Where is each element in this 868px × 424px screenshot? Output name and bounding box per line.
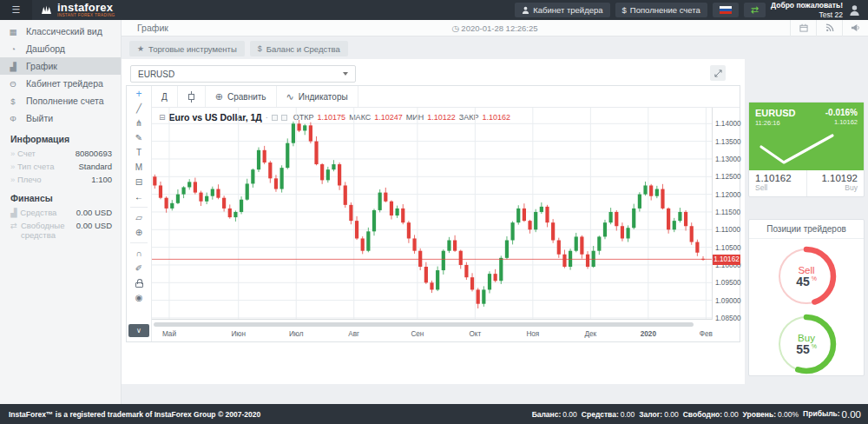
buy-gauge-percent: 55 %	[796, 343, 817, 356]
sell-positions-gauge: Sell45 %	[775, 245, 838, 308]
indicators-icon: ∿	[286, 91, 294, 103]
time-tick: Дек	[585, 330, 597, 338]
compare-label: Сравнить	[227, 92, 266, 102]
time-tick: Июл	[289, 330, 304, 338]
sidebar-item-label: Кабинет трейдера	[26, 78, 103, 89]
trader-cabinet-button[interactable]: Кабинет трейдера	[515, 3, 609, 17]
footer-stat: Залог:0.00	[639, 410, 678, 419]
chart-canvas[interactable]: ⊟ Euro vs US Dollar, 1Д · ОТКР1.10175МАК…	[152, 108, 712, 320]
interval-button[interactable]: Д	[152, 86, 178, 107]
time-tick: Май	[162, 330, 176, 338]
finance-row: ▟Средства0.00 USD	[0, 206, 121, 219]
finance-icon: ⇄	[10, 221, 17, 240]
sidebar-item-classic-view[interactable]: ▦Классический вид	[0, 23, 121, 40]
sidebar-item-deposit[interactable]: $Пополнение счета	[0, 92, 121, 109]
tool-hide-all[interactable]: ◉	[127, 290, 151, 305]
buy-price: 1.10192	[813, 173, 858, 183]
tool-xabcd-pattern[interactable]: M	[127, 160, 151, 175]
tool-pitchfork[interactable]: ⋔	[127, 116, 151, 130]
ruler-icon: ▱	[135, 213, 142, 222]
tool-zoom-in[interactable]: ⊕	[127, 225, 151, 240]
sell-quote-button[interactable]: 1.10162 Sell	[749, 170, 806, 196]
sidebar-item-dashboard[interactable]: ◔Дашборд	[0, 40, 121, 57]
tool-brush[interactable]: ✎	[127, 130, 151, 145]
tool-crosshair[interactable]: +	[127, 86, 151, 101]
time-tick: Сен	[411, 330, 424, 338]
news-feed-button[interactable]	[816, 20, 842, 36]
drawing-tools-column: +╱⋔✎TM⊟←▱⊕∩✐◉∨	[127, 86, 152, 341]
buy-label: Buy	[813, 183, 858, 192]
classic-view-icon: ▦	[0, 27, 26, 36]
trader-positions-card: Позиции трейдеров Sell45 %Buy55 %	[748, 219, 865, 376]
tool-magnet[interactable]: ∩	[127, 246, 151, 261]
chart-style-button[interactable]	[178, 86, 206, 107]
sidebar-item-logout[interactable]: ΦВыйти	[0, 109, 121, 127]
balance-funds-button[interactable]: $ Баланс и Средства	[250, 41, 348, 56]
sidebar-item-chart[interactable]: ▟График	[0, 57, 121, 75]
rss-icon	[825, 23, 834, 32]
sell-price: 1.10162	[755, 173, 800, 183]
brand-logo[interactable]: instaforex INSTANT FOREX TRADING	[40, 2, 115, 18]
dollar-icon: $	[622, 5, 627, 15]
quote-card: EURUSD 11:26:16 -0.016% 1.10162	[748, 102, 865, 197]
quote-symbol: EURUSD	[755, 108, 795, 118]
footer-stat: Баланс:0.00	[532, 410, 577, 419]
drawing-lock-icon: ✐	[135, 263, 142, 273]
deposit-button[interactable]: $ Пополнение счета	[615, 3, 707, 17]
footer-stat: Уровень:0.00%	[743, 410, 799, 419]
sidebar-item-label: Дашборд	[26, 43, 65, 54]
top-header: ☰ instaforex INSTANT FOREX TRADING Кабин…	[0, 0, 868, 20]
tool-long-position[interactable]: ⊟	[127, 175, 151, 189]
sell-label: Sell	[755, 183, 800, 192]
tool-drawing-lock[interactable]: ✐	[127, 261, 151, 275]
tool-lock-all[interactable]	[127, 275, 151, 290]
price-tick: 1.11000	[715, 226, 740, 234]
collapse-tools-button[interactable]: ∨	[128, 324, 149, 337]
instaforex-logo-icon	[40, 4, 53, 17]
footer-stat: Средства:0.00	[582, 410, 635, 419]
swap-accounts-button[interactable]: ⇄	[744, 3, 766, 17]
buy-quote-button[interactable]: 1.10192 Buy	[806, 170, 865, 196]
price-tick: 1.10500	[715, 244, 741, 252]
megaphone-icon	[851, 23, 860, 32]
trading-instruments-button[interactable]: ★ Торговые инструменты	[129, 41, 245, 56]
datetime-text: 2020-01-28 12:26:25	[461, 23, 537, 33]
indicators-label: Индикаторы	[299, 92, 348, 102]
tool-trend-line[interactable]: ╱	[127, 101, 151, 116]
quote-header[interactable]: EURUSD 11:26:16 -0.016% 1.10162	[749, 103, 864, 170]
quick-buttons-strip: ★ Торговые инструменты $ Баланс и Средст…	[122, 36, 348, 59]
deposit-icon: $	[0, 96, 26, 106]
fullscreen-button[interactable]	[710, 65, 726, 81]
indicators-button[interactable]: ∿ Индикаторы	[277, 86, 358, 107]
crosshair-icon: +	[135, 88, 141, 100]
compare-button[interactable]: ⊕ Сравнить	[206, 86, 277, 107]
sidebar-item-trader-cabinet[interactable]: ΘКабинет трейдера	[0, 75, 121, 92]
sell-gauge-label: Sell	[798, 265, 814, 275]
chart-icon: ▟	[0, 62, 26, 71]
user-avatar[interactable]	[848, 3, 861, 17]
sell-gauge-percent: 45 %	[796, 275, 817, 288]
tool-text[interactable]: T	[127, 145, 151, 160]
price-tick: 1.12500	[715, 173, 741, 181]
welcome-text: Добро пожаловать! Test 22	[771, 1, 843, 18]
current-price-badge: 1.10162	[713, 255, 740, 265]
welcome-username: Test 22	[771, 10, 843, 19]
language-button[interactable]	[713, 3, 739, 17]
finance-icon: ▟	[10, 208, 16, 217]
arrow-icon: ←	[135, 192, 143, 202]
price-tick: 1.13000	[715, 156, 741, 163]
tool-ruler[interactable]: ▱	[127, 210, 151, 225]
tool-arrow[interactable]: ←	[127, 189, 151, 204]
price-axis[interactable]: 1.140001.135001.130001.125001.120001.115…	[712, 108, 740, 320]
time-tick: Ноя	[526, 330, 539, 338]
chart-horizontal-scrollbar[interactable]	[154, 322, 694, 327]
dollar-icon: $	[258, 44, 262, 53]
menu-toggle-button[interactable]: ☰	[0, 0, 32, 20]
avatar-person-icon	[849, 4, 860, 16]
announcements-button[interactable]	[842, 20, 868, 36]
time-axis[interactable]: МайИюнИюлАвгСенОктНояДек2020Фев	[152, 321, 712, 341]
symbol-select[interactable]: EURUSD	[130, 65, 356, 83]
footer-account-stats: Баланс:0.00Средства:0.00Залог:0.00Свобод…	[532, 409, 861, 420]
price-tick: 1.09000	[715, 297, 741, 305]
calendar-button[interactable]	[790, 20, 816, 36]
